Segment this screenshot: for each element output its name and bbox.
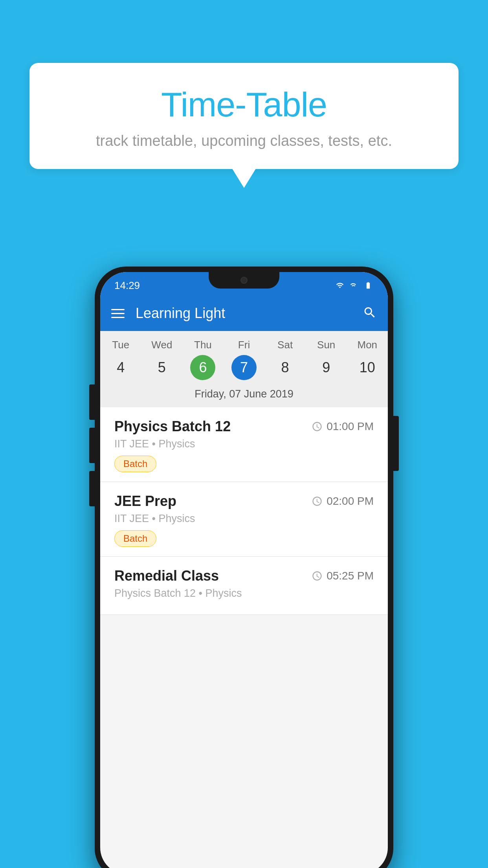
- day-label: Fri: [238, 339, 250, 351]
- hamburger-line-2: [111, 313, 125, 314]
- schedule-list: Physics Batch 1201:00 PMIIT JEE • Physic…: [100, 407, 388, 615]
- day-col-thu[interactable]: Thu6: [182, 339, 224, 380]
- day-label: Thu: [194, 339, 212, 351]
- clock-icon: [312, 421, 323, 432]
- day-label: Tue: [112, 339, 129, 351]
- hamburger-line-3: [111, 317, 125, 318]
- schedule-title: Physics Batch 12: [114, 418, 231, 435]
- battery-icon: [363, 281, 374, 289]
- day-number: 9: [314, 355, 339, 380]
- clock-icon: [312, 570, 323, 581]
- day-col-mon[interactable]: Mon10: [347, 339, 388, 380]
- schedule-sub: IIT JEE • Physics: [114, 513, 374, 525]
- status-icons: [334, 281, 374, 289]
- clock-icon: [312, 496, 323, 507]
- day-col-fri[interactable]: Fri7: [224, 339, 265, 380]
- bubble-subtitle: track timetable, upcoming classes, tests…: [53, 132, 435, 149]
- day-col-wed[interactable]: Wed5: [141, 339, 183, 380]
- day-label: Mon: [357, 339, 377, 351]
- schedule-time: 02:00 PM: [312, 495, 374, 508]
- schedule-item-header: JEE Prep02:00 PM: [114, 493, 374, 509]
- schedule-title: JEE Prep: [114, 493, 176, 509]
- day-number: 8: [273, 355, 298, 380]
- schedule-sub: Physics Batch 12 • Physics: [114, 587, 374, 600]
- day-number: 7: [231, 355, 257, 380]
- app-title: Learning Light: [136, 305, 363, 322]
- app-bar: Learning Light: [100, 296, 388, 331]
- bubble-title: Time-Table: [53, 85, 435, 125]
- day-number: 5: [149, 355, 174, 380]
- hamburger-line-1: [111, 309, 125, 310]
- camera-dot: [240, 277, 248, 284]
- day-col-sat[interactable]: Sat8: [264, 339, 306, 380]
- speech-bubble: Time-Table track timetable, upcoming cla…: [29, 63, 459, 169]
- batch-badge: Batch: [114, 456, 156, 472]
- calendar-section: Tue4Wed5Thu6Fri7Sat8Sun9Mon10 Friday, 07…: [100, 331, 388, 407]
- day-number: 4: [108, 355, 133, 380]
- day-number: 6: [190, 355, 215, 380]
- selected-date-label: Friday, 07 June 2019: [100, 383, 388, 407]
- schedule-item-header: Physics Batch 1201:00 PM: [114, 418, 374, 435]
- day-label: Sat: [277, 339, 293, 351]
- hamburger-menu[interactable]: [111, 309, 125, 318]
- day-label: Sun: [317, 339, 335, 351]
- day-col-sun[interactable]: Sun9: [306, 339, 347, 380]
- status-time: 14:29: [114, 280, 140, 292]
- schedule-time: 01:00 PM: [312, 420, 374, 433]
- day-col-tue[interactable]: Tue4: [100, 339, 141, 380]
- batch-badge: Batch: [114, 530, 156, 547]
- day-label: Wed: [151, 339, 172, 351]
- schedule-item-header: Remedial Class05:25 PM: [114, 568, 374, 584]
- schedule-sub: IIT JEE • Physics: [114, 438, 374, 450]
- schedule-item[interactable]: JEE Prep02:00 PMIIT JEE • PhysicsBatch: [100, 482, 388, 557]
- day-number: 10: [355, 355, 380, 380]
- schedule-title: Remedial Class: [114, 568, 219, 584]
- days-row: Tue4Wed5Thu6Fri7Sat8Sun9Mon10: [100, 331, 388, 383]
- wifi-icon: [334, 281, 345, 289]
- signal-icon: [349, 281, 360, 289]
- schedule-item[interactable]: Physics Batch 1201:00 PMIIT JEE • Physic…: [100, 407, 388, 482]
- schedule-item[interactable]: Remedial Class05:25 PMPhysics Batch 12 •…: [100, 557, 388, 615]
- speech-bubble-container: Time-Table track timetable, upcoming cla…: [29, 63, 459, 169]
- schedule-time: 05:25 PM: [312, 570, 374, 582]
- phone-outer: 14:29: [95, 267, 393, 868]
- search-icon: [363, 305, 377, 320]
- phone-frame: 14:29: [95, 267, 393, 868]
- notch: [209, 272, 279, 289]
- search-button[interactable]: [363, 305, 377, 321]
- phone-screen: 14:29: [100, 272, 388, 868]
